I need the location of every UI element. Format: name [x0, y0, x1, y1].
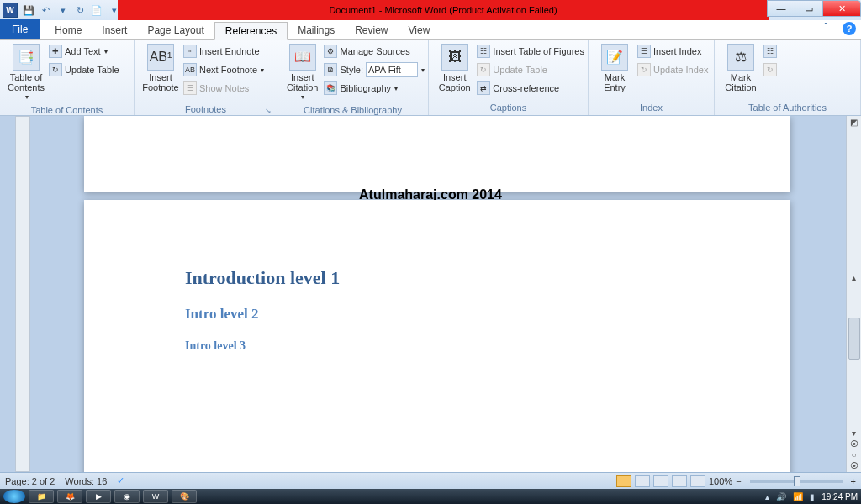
cross-reference-button[interactable]: ⇄Cross-reference [477, 79, 584, 97]
taskbar-firefox[interactable]: 🦊 [57, 490, 82, 503]
heading-2[interactable]: Intro level 2 [185, 306, 689, 323]
new-doc-icon[interactable]: 📄 [90, 3, 103, 17]
undo-icon[interactable]: ↶ [39, 3, 52, 17]
add-text-button[interactable]: ✚Add Text▾ [49, 42, 119, 60]
page-1-bottom[interactable] [84, 116, 790, 192]
zoom-slider[interactable] [750, 480, 843, 483]
group-citations: 📖 Insert Citation▾ ⚙Manage Sources 🗎Styl… [277, 40, 429, 115]
insert-table-of-figures-button[interactable]: ☷Insert Table of Figures [477, 42, 584, 60]
next-page-icon[interactable]: ⦿ [850, 461, 858, 470]
bibliography-button[interactable]: 📚Bibliography▾ [324, 79, 425, 97]
style-value[interactable]: APA Fift [366, 62, 418, 77]
battery-icon[interactable]: ▮ [810, 492, 815, 501]
group-label: Captions [432, 101, 584, 115]
group-index: 📝 Mark Entry ☰Insert Index ↻Update Index… [589, 40, 715, 115]
insert-endnote-button[interactable]: ⁿInsert Endnote [183, 42, 264, 60]
word-count[interactable]: Words: 16 [65, 476, 107, 486]
tab-references[interactable]: References [214, 22, 288, 40]
vertical-scrollbar[interactable]: ◩ ▴ ▾ ⦿ ○ ⦿ [846, 116, 861, 472]
heading-1[interactable]: Introduction level 1 [185, 267, 689, 289]
window-title: Document1 - Microsoft Word (Product Acti… [118, 0, 769, 20]
update-toa-icon: ↻ [763, 63, 777, 76]
undo-dropdown-icon[interactable]: ▾ [56, 3, 70, 17]
taskbar-media[interactable]: ▶ [86, 490, 111, 503]
citation-icon: 📖 [289, 44, 316, 71]
taskbar-explorer[interactable]: 📁 [29, 490, 54, 503]
draft-view-button[interactable] [690, 475, 705, 487]
table-of-contents-button[interactable]: 📑 Table of Contents▾ [3, 42, 49, 103]
group-label: Table of Authorities [718, 101, 857, 115]
update-table-button[interactable]: ↻Update Table [49, 60, 119, 79]
cross-ref-icon: ⇄ [477, 81, 490, 95]
toc-icon: 📑 [13, 44, 40, 71]
save-icon[interactable]: 💾 [22, 3, 35, 17]
window-controls: — ▭ ✕ [768, 0, 861, 17]
footnotes-dialog-icon[interactable]: ↘ [138, 107, 273, 115]
taskbar-paint[interactable]: 🎨 [172, 490, 197, 503]
tab-home[interactable]: Home [45, 21, 92, 39]
mark-citation-button[interactable]: ⚖ Mark Citation [718, 42, 763, 94]
update-toa-button: ↻ [763, 60, 777, 79]
browse-object-icon[interactable]: ○ [851, 450, 856, 459]
add-text-icon: ✚ [49, 45, 62, 58]
close-button[interactable]: ✕ [822, 0, 861, 17]
group-captions: 🖼 Insert Caption ☷Insert Table of Figure… [429, 40, 589, 115]
style-selector[interactable]: 🗎Style:APA Fift▾ [324, 60, 425, 79]
tab-review[interactable]: Review [345, 21, 398, 39]
insert-index-button[interactable]: ☰Insert Index [637, 42, 708, 60]
help-icon[interactable]: ? [843, 22, 856, 35]
zoom-level[interactable]: 100% [709, 476, 732, 486]
minimize-button[interactable]: — [767, 0, 795, 17]
redo-icon[interactable]: ↻ [73, 3, 87, 17]
start-button[interactable] [3, 490, 25, 503]
ribbon-tabs: File Home Insert Page Layout References … [0, 20, 861, 40]
group-toc: 📑 Table of Contents▾ ✚Add Text▾ ↻Update … [0, 40, 135, 115]
update-table-icon: ↻ [49, 63, 62, 76]
clock[interactable]: 19:24 PM [821, 492, 858, 501]
insert-caption-button[interactable]: 🖼 Insert Caption [432, 42, 477, 94]
scroll-up-icon[interactable]: ▴ [852, 273, 856, 282]
ruler-toggle-icon[interactable]: ◩ [850, 118, 858, 127]
prev-page-icon[interactable]: ⦿ [850, 439, 858, 449]
scroll-down-icon[interactable]: ▾ [852, 428, 856, 438]
mark-entry-icon: 📝 [601, 44, 628, 71]
zoom-slider-knob[interactable] [794, 476, 800, 486]
next-footnote-button[interactable]: ABNext Footnote▾ [183, 60, 264, 79]
ribbon: 📑 Table of Contents▾ ✚Add Text▾ ↻Update … [0, 40, 861, 116]
print-layout-view-button[interactable] [616, 475, 631, 487]
insert-index-icon: ☰ [637, 45, 651, 58]
outline-view-button[interactable] [672, 475, 687, 487]
proofing-icon[interactable]: ✓ [117, 475, 124, 486]
zoom-out-button[interactable]: − [736, 476, 741, 486]
insert-footnote-button[interactable]: AB¹ Insert Footnote [138, 42, 183, 94]
taskbar-word[interactable]: W [143, 490, 168, 503]
minimize-ribbon-icon[interactable]: ˆ [824, 22, 837, 35]
full-screen-view-button[interactable] [635, 475, 650, 487]
tab-page-layout[interactable]: Page Layout [137, 21, 214, 39]
web-layout-view-button[interactable] [653, 475, 668, 487]
tray-overflow-icon[interactable]: ▴ [765, 492, 769, 501]
tab-mailings[interactable]: Mailings [288, 21, 345, 39]
toa-icon: ☷ [763, 45, 777, 58]
group-label: Index [592, 101, 710, 115]
page-2[interactable]: Introduction level 1 Intro level 2 Intro… [84, 200, 790, 472]
tab-view[interactable]: View [399, 21, 441, 39]
endnote-icon: ⁿ [183, 45, 197, 58]
zoom-in-button[interactable]: + [851, 476, 856, 486]
taskbar-chrome[interactable]: ◉ [114, 490, 140, 503]
file-tab[interactable]: File [0, 19, 40, 39]
tab-insert[interactable]: Insert [92, 21, 137, 39]
maximize-button[interactable]: ▭ [795, 0, 823, 17]
title-bar: W 💾 ↶ ▾ ↻ 📄 ▾ Document1 - Microsoft Word… [0, 0, 861, 20]
mark-entry-button[interactable]: 📝 Mark Entry [592, 42, 637, 94]
mark-citation-icon: ⚖ [727, 44, 754, 71]
volume-icon[interactable]: 🔊 [776, 492, 786, 501]
scrollbar-thumb[interactable] [848, 318, 860, 360]
page-status[interactable]: Page: 2 of 2 [5, 476, 55, 486]
manage-sources-button[interactable]: ⚙Manage Sources [324, 42, 425, 60]
insert-toa-button[interactable]: ☷ [763, 42, 777, 60]
insert-citation-button[interactable]: 📖 Insert Citation▾ [281, 42, 324, 103]
quick-access-toolbar: 💾 ↶ ▾ ↻ 📄 ▾ [22, 3, 121, 17]
network-icon[interactable]: 📶 [793, 492, 803, 501]
heading-3[interactable]: Intro level 3 [185, 339, 689, 353]
